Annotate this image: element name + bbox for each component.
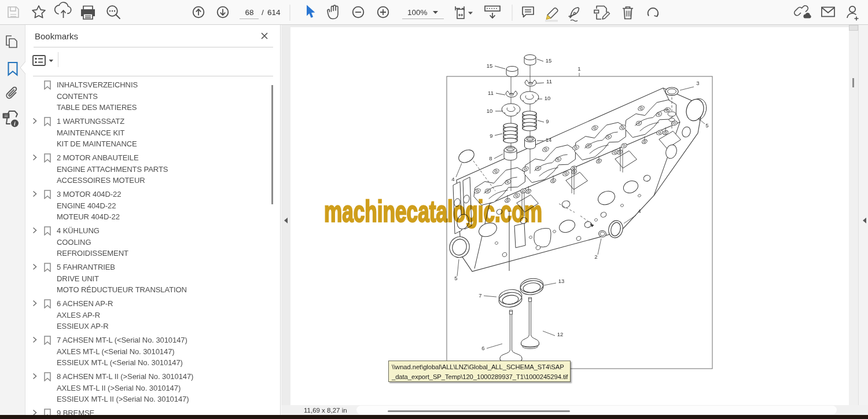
svg-text:i: i	[14, 120, 16, 127]
svg-text:68: 68	[245, 8, 253, 17]
svg-text:614: 614	[267, 8, 281, 17]
svg-text:100%: 100%	[407, 8, 428, 17]
svg-text:/: /	[262, 8, 264, 17]
